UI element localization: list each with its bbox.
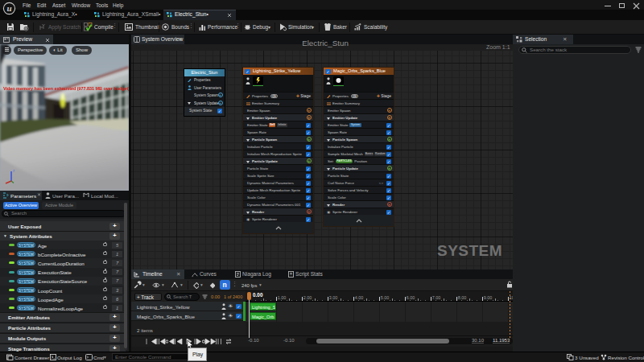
svg-text:z: z	[13, 169, 15, 173]
svg-text:u: u	[6, 3, 11, 13]
